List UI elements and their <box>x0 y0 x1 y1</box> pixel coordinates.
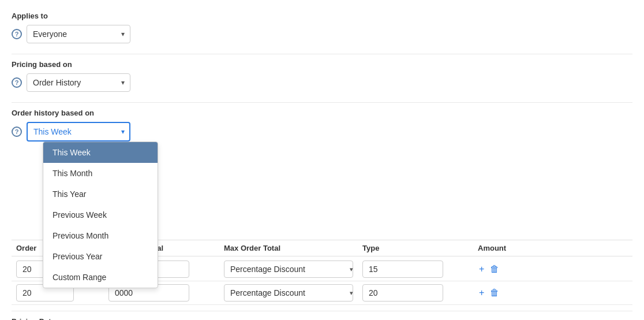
order-history-row: ? This Week ▾ This Week This Month This … <box>12 122 632 142</box>
dropdown-item-previous-month[interactable]: Previous Month <box>43 225 158 246</box>
pricing-dates-label: Pricing Dates <box>12 317 632 320</box>
divider-1 <box>12 54 632 54</box>
applies-to-select-wrapper: Everyone Specific Customers Customer Gro… <box>27 25 130 43</box>
dropdown-item-this-month[interactable]: This Month <box>43 163 158 184</box>
cell-type-2: Percentage Discount Fixed Amount Discoun… <box>219 284 358 302</box>
pricing-based-on-select-wrapper: Order History Customer Group Fixed Price… <box>27 73 130 92</box>
divider-3 <box>12 311 632 311</box>
row-actions-1: + 🗑 <box>473 263 508 276</box>
order-history-select-wrapper: This Week ▾ <box>27 122 130 142</box>
add-row-button-1[interactable]: + <box>478 263 485 276</box>
amount-input-2[interactable] <box>362 284 443 302</box>
pricing-based-on-section: Pricing based on ? Order History Custome… <box>12 60 632 92</box>
applies-to-help-icon[interactable]: ? <box>12 29 22 39</box>
type-select-2[interactable]: Percentage Discount Fixed Amount Discoun… <box>224 284 353 302</box>
pricing-based-on-label: Pricing based on <box>12 60 632 69</box>
col-header-type: Type <box>358 244 473 252</box>
row-actions-2: + 🗑 <box>473 286 508 299</box>
dropdown-item-previous-year[interactable]: Previous Year <box>43 246 158 267</box>
cell-type-1: Percentage Discount Fixed Amount Discoun… <box>219 261 358 278</box>
applies-to-label: Applies to <box>12 12 632 20</box>
order-history-dropdown-container: This Week ▾ This Week This Month This Ye… <box>27 122 130 142</box>
col-header-amount: Amount <box>473 244 508 252</box>
delete-row-button-1[interactable]: 🗑 <box>489 263 500 276</box>
order-history-label: Order history based on <box>12 109 632 117</box>
pricing-based-on-row: ? Order History Customer Group Fixed Pri… <box>12 73 632 92</box>
applies-to-section: Applies to ? Everyone Specific Customers… <box>12 12 632 43</box>
col-header-max-order: Max Order Total <box>219 244 358 252</box>
dropdown-item-this-week[interactable]: This Week <box>43 142 158 163</box>
order-history-dropdown-menu: This Week This Month This Year Previous … <box>43 142 158 288</box>
applies-to-select[interactable]: Everyone Specific Customers Customer Gro… <box>27 25 130 43</box>
pricing-dates-section: Pricing Dates ? <box>12 317 632 320</box>
dropdown-item-previous-week[interactable]: Previous Week <box>43 204 158 225</box>
dropdown-item-this-year[interactable]: This Year <box>43 184 158 204</box>
add-row-button-2[interactable]: + <box>478 286 485 299</box>
order-history-section: Order history based on ? This Week ▾ Thi… <box>12 109 632 142</box>
cell-amount-1 <box>358 261 473 278</box>
delete-row-button-2[interactable]: 🗑 <box>489 286 500 299</box>
order-history-help-icon[interactable]: ? <box>12 126 22 137</box>
pricing-based-on-help-icon[interactable]: ? <box>12 77 22 88</box>
pricing-based-on-select[interactable]: Order History Customer Group Fixed Price <box>27 73 130 92</box>
type-select-1[interactable]: Percentage Discount Fixed Amount Discoun… <box>224 261 353 278</box>
order-history-select-display[interactable]: This Week <box>27 122 130 142</box>
divider-2 <box>12 102 632 103</box>
cell-amount-2 <box>358 284 473 302</box>
amount-input-1[interactable] <box>362 261 443 278</box>
applies-to-row: ? Everyone Specific Customers Customer G… <box>12 25 632 43</box>
dropdown-item-custom-range[interactable]: Custom Range <box>43 267 158 288</box>
